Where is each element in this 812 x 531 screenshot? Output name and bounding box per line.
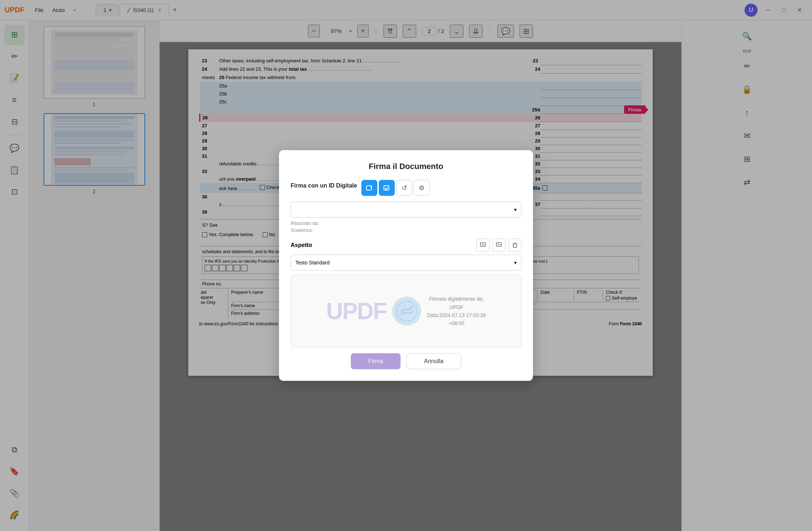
refresh-icon: ↺ bbox=[402, 184, 407, 192]
modal-actions: Firma Annulla bbox=[291, 353, 521, 369]
aspect-label: Aspetto bbox=[291, 242, 312, 248]
id-dropdown[interactable]: ▾ bbox=[291, 202, 521, 218]
firma-button[interactable]: Firma bbox=[351, 353, 401, 369]
digital-id-label: Firma con un ID Digitale bbox=[291, 182, 357, 189]
settings-id-button[interactable]: ⚙ bbox=[414, 180, 430, 196]
aspect-trash-button[interactable] bbox=[508, 239, 521, 252]
annulla-button[interactable]: Annulla bbox=[406, 353, 461, 369]
svg-rect-28 bbox=[366, 186, 372, 190]
style-dropdown-arrow-icon: ▾ bbox=[514, 260, 517, 266]
digital-signed-text: Firmato digitalmente da: UPDF Data:2024.… bbox=[427, 295, 486, 328]
digital-id-row: Firma con un ID Digitale bbox=[291, 180, 521, 196]
aspect-section: Aspetto bbox=[291, 239, 521, 347]
digital-id-section: Firma con un ID Digitale bbox=[291, 180, 521, 233]
svg-point-39 bbox=[397, 301, 417, 321]
updf-watermark-text: UPDF bbox=[326, 298, 386, 325]
add-id-button[interactable] bbox=[361, 180, 377, 196]
style-value: Testo Standard bbox=[295, 260, 329, 266]
import-id-button[interactable] bbox=[379, 180, 395, 196]
aspect-delete-button[interactable] bbox=[492, 239, 505, 252]
scadenza-label: Scadenza: bbox=[291, 227, 521, 233]
updf-watermark-icon bbox=[392, 297, 421, 326]
icon-btn-group: ↺ ⚙ bbox=[361, 180, 430, 196]
id-meta: Rilasciato da: Scadenza: bbox=[291, 221, 521, 233]
refresh-id-button[interactable]: ↺ bbox=[396, 180, 412, 196]
modal-overlay[interactable]: Firma il Documento Firma con un ID Digit… bbox=[0, 0, 812, 531]
aspect-add-button[interactable] bbox=[476, 239, 489, 252]
rilasciato-label: Rilasciato da: bbox=[291, 221, 521, 226]
style-dropdown[interactable]: Testo Standard ▾ bbox=[291, 255, 521, 271]
dropdown-arrow-icon: ▾ bbox=[514, 207, 517, 213]
modal-title: Firma il Documento bbox=[291, 162, 521, 171]
aspect-icons bbox=[476, 239, 521, 252]
signature-watermark: UPDF Firmato digitalmente da: UPDF Data:… bbox=[326, 295, 486, 328]
sign-modal: Firma il Documento Firma con un ID Digit… bbox=[279, 150, 533, 381]
settings-icon: ⚙ bbox=[419, 184, 425, 192]
signature-preview: UPDF Firmato digitalmente da: UPDF Data:… bbox=[291, 275, 521, 347]
aspect-header-row: Aspetto bbox=[291, 239, 521, 252]
